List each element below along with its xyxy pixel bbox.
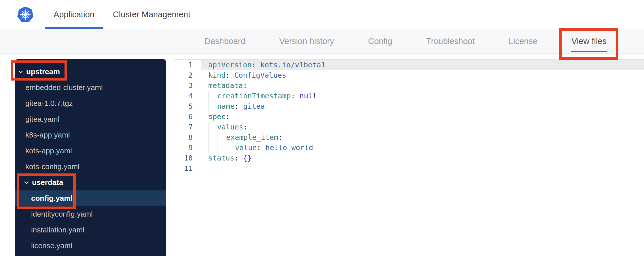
subnav-item-label: View files [571, 37, 607, 46]
tree-file-installation-yaml[interactable]: installation.yaml [15, 222, 166, 238]
subnav-item-label: License [509, 37, 537, 46]
code-token-key: value [235, 143, 257, 153]
tree-item-label: k8s-app.yaml [25, 131, 70, 140]
top-tab-label: Application [54, 10, 94, 19]
code-token-punc: : [226, 70, 234, 81]
code-line: 2 kind: ConfigValues [174, 70, 644, 81]
tree-file-k8s-app-yaml[interactable]: k8s-app.yaml [15, 127, 166, 143]
code-token-punc: : [252, 60, 260, 70]
line-number: 8 [174, 132, 201, 143]
tree-item-label: license.yaml [31, 241, 72, 250]
code-token-punc: : [243, 81, 247, 91]
line-number: 3 [174, 81, 201, 91]
code-token-str: hello world [265, 143, 313, 153]
line-number: 2 [174, 70, 201, 81]
code-token-punc: : [291, 91, 300, 101]
code-line: 3 metadata: [174, 81, 644, 91]
tree-file-license-yaml[interactable]: license.yaml [15, 238, 166, 254]
code-token-punc: : [278, 132, 283, 143]
subnav-item-label: Config [368, 37, 392, 46]
line-number: 9 [174, 143, 201, 153]
code-line: 5 name: gitea [174, 101, 644, 112]
kubernetes-helm-icon [17, 7, 33, 23]
code-token-key: creationTimestamp [217, 91, 291, 101]
code-line-content [201, 163, 644, 174]
code-line-content: metadata: [201, 81, 644, 91]
tree-item-label: upstream [26, 67, 60, 76]
code-line: 7 values: [174, 122, 644, 132]
tree-item-label: gitea-1.0.7.tgz [25, 99, 73, 108]
tree-file-config-yaml[interactable]: config.yaml [15, 190, 166, 206]
code-token-key: apiVersion [208, 60, 252, 70]
tree-item-label: config.yaml [31, 194, 73, 203]
kubernetes-logo [17, 0, 33, 29]
line-number: 5 [174, 101, 201, 112]
code-token-punc: : [257, 143, 265, 153]
code-line: 10 status: {} [174, 153, 644, 163]
chevron-down-icon [24, 181, 29, 184]
code-token-punc: : [243, 122, 247, 132]
indent-guide [208, 143, 217, 153]
app-subnav: Dashboard Version history Config Trouble… [0, 29, 644, 54]
tab-cluster-management[interactable]: Cluster Management [104, 0, 200, 29]
tree-file-gitea-1-0-7-tgz[interactable]: gitea-1.0.7.tgz [15, 95, 166, 111]
subnav-item-troubleshoot[interactable]: Troubleshoot [426, 29, 475, 53]
indent-guide [217, 132, 226, 143]
code-token-key: status [208, 153, 234, 163]
tree-item-label: identityconfig.yaml [31, 210, 93, 219]
code-line-content: apiVersion: kots.io/v1beta1 [201, 60, 644, 70]
code-token-str: ConfigValues [234, 70, 286, 81]
code-token-str: gitea [243, 101, 265, 112]
code-line-content: kind: ConfigValues [201, 70, 644, 81]
code-line-content: creationTimestamp: null [201, 91, 644, 101]
subnav-item-license[interactable]: License [509, 29, 537, 53]
subnav-item-view-files[interactable]: View files [571, 29, 607, 53]
code-token-punc: : [234, 153, 243, 163]
subnav-item-config[interactable]: Config [368, 29, 392, 53]
tree-file-kots-app-yaml[interactable]: kots-app.yaml [15, 143, 166, 159]
file-tree: upstream embedded-cluster.yaml gitea-1.0… [15, 59, 166, 256]
code-token-key: values [217, 122, 243, 132]
code-line: 8 example_item: [174, 132, 644, 143]
code-token-key: example_item [226, 132, 278, 143]
code-token-str: kots.io/v1beta1 [260, 60, 325, 70]
subnav-item-label: Dashboard [204, 37, 245, 46]
tree-item-label: kots-config.yaml [25, 162, 79, 171]
indent-guide [217, 143, 226, 153]
subnav-item-version-history[interactable]: Version history [279, 29, 334, 53]
code-line: 1 apiVersion: kots.io/v1beta1 [174, 60, 644, 70]
code-line: 4 creationTimestamp: null [174, 91, 644, 101]
code-token-key: spec [208, 112, 226, 122]
line-number: 6 [174, 112, 201, 122]
indent-guide [208, 101, 217, 112]
tree-item-label: embedded-cluster.yaml [25, 83, 103, 92]
code-token-key: kind [208, 70, 226, 81]
subnav-item-label: Version history [279, 37, 334, 46]
tree-file-kots-config-yaml[interactable]: kots-config.yaml [15, 159, 166, 175]
tree-item-label: kots-app.yaml [25, 146, 72, 155]
subnav-item-label: Troubleshoot [426, 37, 475, 46]
tree-item-label: userdata [32, 178, 63, 187]
chevron-down-icon [18, 70, 23, 73]
tree-folder-upstream[interactable]: upstream [15, 64, 166, 80]
code-line-content: values: [201, 122, 644, 132]
tree-item-label: gitea.yaml [25, 115, 60, 124]
tree-file-identityconfig-yaml[interactable]: identityconfig.yaml [15, 206, 166, 222]
tree-folder-userdata[interactable]: userdata [15, 175, 166, 190]
subnav-item-dashboard[interactable]: Dashboard [204, 29, 245, 53]
code-line: 9 value: hello world [174, 143, 644, 153]
tab-application[interactable]: Application [44, 0, 104, 29]
top-tab-label: Cluster Management [113, 10, 190, 19]
tree-file-gitea-yaml[interactable]: gitea.yaml [15, 111, 166, 127]
indent-guide [226, 143, 235, 153]
tree-file-embedded-cluster-yaml[interactable]: embedded-cluster.yaml [15, 80, 166, 95]
code-token-const: null [300, 91, 317, 101]
code-editor[interactable]: 1 apiVersion: kots.io/v1beta1 2 kind: Co… [174, 59, 644, 256]
tree-item-label: installation.yaml [31, 226, 84, 234]
code-token-key: metadata [208, 81, 243, 91]
top-tabs: Application Cluster Management [44, 0, 200, 29]
indent-guide [208, 132, 217, 143]
line-number: 4 [174, 91, 201, 101]
code-line-content: example_item: [201, 132, 644, 143]
code-token-punc: : [234, 101, 243, 112]
